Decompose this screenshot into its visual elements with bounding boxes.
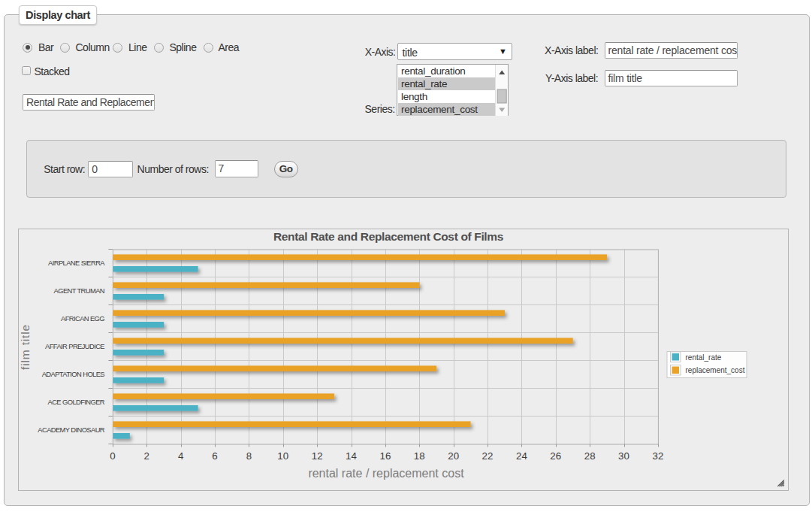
svg-text:24: 24 bbox=[516, 450, 527, 462]
svg-text:22: 22 bbox=[482, 450, 494, 462]
svg-text:28: 28 bbox=[584, 450, 596, 462]
svg-text:2: 2 bbox=[144, 450, 149, 462]
svg-text:0: 0 bbox=[110, 450, 115, 462]
svg-text:rental_rate: rental_rate bbox=[686, 353, 722, 362]
svg-text:film title: film title bbox=[19, 324, 32, 370]
svg-text:AFFAIR PREJUDICE: AFFAIR PREJUDICE bbox=[45, 342, 104, 350]
svg-text:Rental Rate and Replacement Co: Rental Rate and Replacement Cost of Film… bbox=[273, 230, 503, 243]
svg-text:rental rate / replacement cost: rental rate / replacement cost bbox=[308, 467, 464, 480]
svg-text:4: 4 bbox=[178, 450, 183, 462]
svg-text:12: 12 bbox=[312, 450, 323, 462]
svg-text:26: 26 bbox=[550, 450, 561, 462]
svg-text:AIRPLANE SIERRA: AIRPLANE SIERRA bbox=[48, 259, 105, 267]
svg-text:10: 10 bbox=[277, 450, 288, 462]
svg-text:ACE GOLDFINGER: ACE GOLDFINGER bbox=[48, 398, 105, 406]
svg-text:32: 32 bbox=[653, 450, 664, 462]
svg-text:AGENT TRUMAN: AGENT TRUMAN bbox=[54, 286, 104, 295]
svg-text:18: 18 bbox=[414, 450, 425, 462]
svg-text:20: 20 bbox=[448, 450, 459, 462]
svg-text:14: 14 bbox=[346, 450, 357, 462]
svg-text:AFRICAN EGG: AFRICAN EGG bbox=[61, 314, 104, 323]
svg-text:ADAPTATION HOLES: ADAPTATION HOLES bbox=[42, 370, 105, 378]
svg-text:ACADEMY DINOSAUR: ACADEMY DINOSAUR bbox=[38, 426, 105, 434]
svg-text:replacement_cost: replacement_cost bbox=[686, 366, 745, 374]
svg-text:30: 30 bbox=[618, 450, 629, 462]
svg-text:16: 16 bbox=[380, 450, 391, 462]
svg-text:6: 6 bbox=[212, 450, 217, 462]
svg-text:8: 8 bbox=[246, 450, 252, 462]
